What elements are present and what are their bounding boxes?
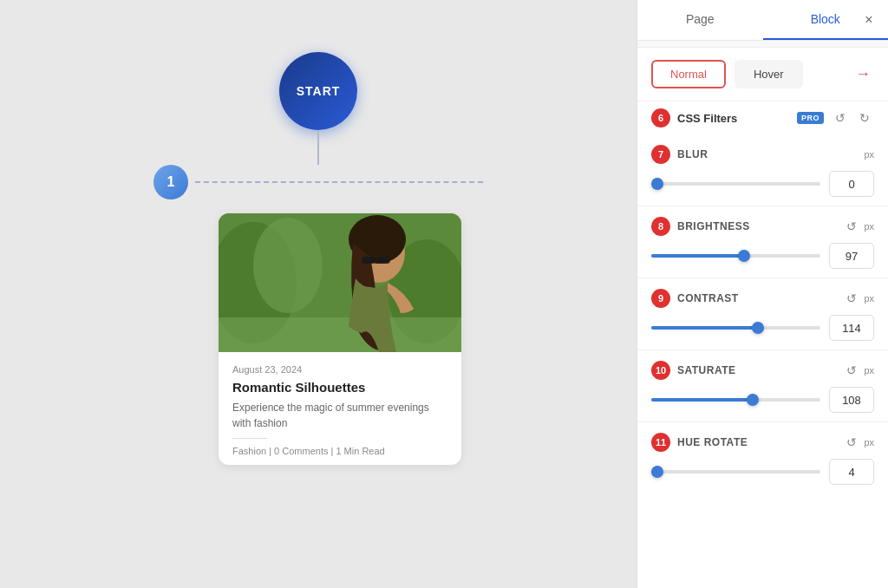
contrast-label-row: 9 CONTRAST ↺ px bbox=[637, 284, 888, 311]
brightness-reset-icon[interactable]: ↺ bbox=[846, 219, 857, 233]
start-label: START bbox=[297, 84, 341, 98]
contrast-name: CONTRAST bbox=[677, 292, 839, 304]
contrast-slider-thumb[interactable] bbox=[752, 322, 764, 334]
contrast-number: 9 bbox=[651, 289, 670, 308]
canvas-content: START 1 bbox=[153, 52, 483, 465]
contrast-slider-fill bbox=[651, 326, 758, 330]
panel-header: Page Block × bbox=[637, 0, 888, 41]
css-filters-section-header: 6 CSS Filters PRO ↺ ↻ bbox=[637, 101, 888, 134]
state-buttons-row: Normal Hover → bbox=[637, 48, 888, 101]
right-panel: Page Block × Normal Hover → 6 CSS Filter… bbox=[637, 0, 888, 588]
step-dashed-line bbox=[195, 181, 483, 183]
card-meta: Fashion | 0 Comments | 1 Min Read bbox=[232, 446, 447, 456]
step-row: 1 bbox=[153, 165, 483, 199]
card-body: August 23, 2024 Romantic Silhouettes Exp… bbox=[219, 352, 461, 465]
hue-rotate-label-row: 11 HUE ROTATE ↺ px bbox=[637, 428, 888, 455]
redo-icon[interactable]: ↻ bbox=[855, 108, 874, 127]
arrow-hint: → bbox=[855, 65, 871, 83]
brightness-value[interactable]: 97 bbox=[829, 243, 874, 269]
card-image bbox=[219, 213, 461, 352]
saturate-control-row: 108 bbox=[637, 383, 888, 421]
pro-badge: PRO bbox=[797, 112, 824, 124]
brightness-filter-section: 8 BRIGHTNESS ↺ px 97 bbox=[637, 206, 888, 278]
brightness-slider-thumb[interactable] bbox=[738, 250, 750, 262]
hue-rotate-unit: px bbox=[864, 437, 874, 448]
brightness-slider-fill bbox=[651, 254, 744, 258]
blur-slider-thumb[interactable] bbox=[651, 178, 663, 190]
section-number-6: 6 bbox=[651, 108, 670, 127]
contrast-control-row: 114 bbox=[637, 311, 888, 350]
hue-rotate-name: HUE ROTATE bbox=[677, 436, 839, 448]
blur-label-row: 7 BLUR px bbox=[637, 140, 888, 167]
saturate-reset-icon[interactable]: ↺ bbox=[846, 363, 857, 377]
hue-rotate-slider-thumb[interactable] bbox=[651, 466, 663, 478]
card-date: August 23, 2024 bbox=[232, 364, 447, 375]
reset-icon[interactable]: ↺ bbox=[831, 108, 850, 127]
hue-rotate-reset-icon[interactable]: ↺ bbox=[846, 435, 857, 449]
saturate-unit: px bbox=[864, 365, 874, 376]
blur-control-row: 0 bbox=[637, 167, 888, 206]
brightness-label-row: 8 BRIGHTNESS ↺ px bbox=[637, 212, 888, 239]
svg-point-2 bbox=[253, 218, 323, 313]
card-description: Experience the magic of summer evenings … bbox=[232, 400, 447, 431]
hue-rotate-slider[interactable] bbox=[651, 470, 820, 474]
brightness-control-row: 97 bbox=[637, 239, 888, 278]
saturate-slider[interactable] bbox=[651, 398, 820, 402]
step-number: 1 bbox=[167, 174, 175, 190]
canvas-area: START 1 bbox=[0, 0, 637, 588]
connector-line bbox=[317, 130, 319, 165]
hue-rotate-value[interactable]: 4 bbox=[829, 459, 874, 485]
saturate-slider-thumb[interactable] bbox=[747, 394, 759, 406]
brightness-slider[interactable] bbox=[651, 254, 820, 258]
svg-rect-4 bbox=[219, 317, 461, 352]
saturate-filter-section: 10 SATURATE ↺ px 108 bbox=[637, 350, 888, 421]
svg-rect-7 bbox=[362, 257, 375, 264]
panel-scroll-area[interactable]: Normal Hover → 6 CSS Filters PRO ↺ ↻ 7 B… bbox=[637, 41, 888, 588]
blur-value[interactable]: 0 bbox=[829, 171, 874, 197]
scroll-top-indicator bbox=[637, 41, 888, 48]
person-illustration bbox=[219, 213, 461, 352]
hover-state-button[interactable]: Hover bbox=[735, 60, 803, 88]
section-icons: ↺ ↻ bbox=[831, 108, 874, 127]
saturate-name: SATURATE bbox=[677, 364, 839, 376]
contrast-slider[interactable] bbox=[651, 326, 820, 330]
blur-name: BLUR bbox=[677, 148, 857, 160]
brightness-number: 8 bbox=[651, 217, 670, 236]
blur-number: 7 bbox=[651, 145, 670, 164]
card-divider bbox=[232, 438, 267, 439]
saturate-value[interactable]: 108 bbox=[829, 387, 874, 413]
contrast-unit: px bbox=[864, 293, 874, 304]
contrast-filter-section: 9 CONTRAST ↺ px 114 bbox=[637, 278, 888, 350]
normal-state-button[interactable]: Normal bbox=[651, 60, 726, 88]
start-button[interactable]: START bbox=[279, 52, 357, 130]
hue-rotate-filter-section: 11 HUE ROTATE ↺ px 4 bbox=[637, 422, 888, 493]
contrast-value[interactable]: 114 bbox=[829, 315, 874, 341]
blur-filter-section: 7 BLUR px 0 bbox=[637, 134, 888, 206]
svg-rect-8 bbox=[377, 257, 390, 264]
hue-rotate-number: 11 bbox=[651, 433, 670, 452]
css-filters-label: CSS Filters bbox=[677, 112, 790, 125]
step-circle: 1 bbox=[153, 165, 188, 199]
brightness-name: BRIGHTNESS bbox=[677, 220, 839, 232]
saturate-number: 10 bbox=[651, 361, 670, 380]
blur-slider[interactable] bbox=[651, 182, 820, 186]
card-container: August 23, 2024 Romantic Silhouettes Exp… bbox=[219, 213, 461, 465]
card-title: Romantic Silhouettes bbox=[232, 380, 447, 395]
brightness-unit: px bbox=[864, 221, 874, 232]
blur-unit: px bbox=[864, 149, 874, 160]
tab-page[interactable]: Page bbox=[637, 0, 763, 40]
close-button[interactable]: × bbox=[860, 11, 878, 29]
hue-rotate-control-row: 4 bbox=[637, 455, 888, 493]
contrast-reset-icon[interactable]: ↺ bbox=[846, 291, 857, 305]
saturate-slider-fill bbox=[651, 398, 753, 402]
saturate-label-row: 10 SATURATE ↺ px bbox=[637, 356, 888, 383]
blog-card: August 23, 2024 Romantic Silhouettes Exp… bbox=[219, 213, 461, 465]
